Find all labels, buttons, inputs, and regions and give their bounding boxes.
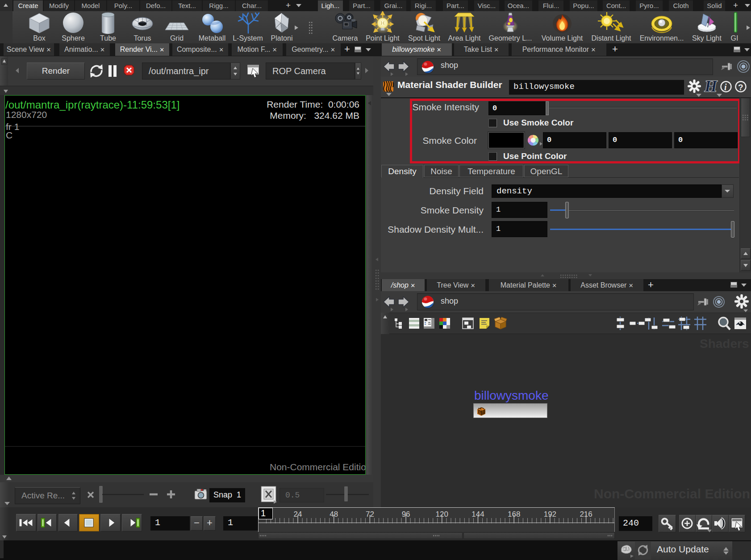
svg-text:144: 144 <box>471 510 484 518</box>
svg-text:72: 72 <box>366 510 374 518</box>
svg-text:H: H <box>704 77 718 95</box>
svg-text:168: 168 <box>508 510 520 518</box>
svg-text:120: 120 <box>436 510 448 518</box>
svg-text:24: 24 <box>294 510 302 518</box>
svg-text:48: 48 <box>330 510 338 518</box>
svg-text:96: 96 <box>402 510 410 518</box>
svg-text:i: i <box>724 82 727 92</box>
svg-text:?: ? <box>738 83 743 92</box>
svg-text:192: 192 <box>544 510 556 518</box>
svg-text:216: 216 <box>580 510 592 518</box>
